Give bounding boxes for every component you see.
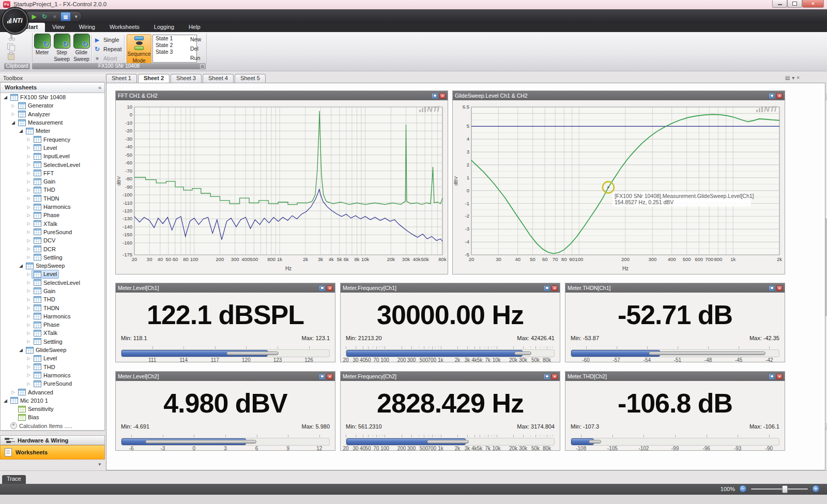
tree-item[interactable]: ▷THD [1,363,104,371]
tree-item-body[interactable]: Bias [16,413,41,422]
dialog-launcher-icon[interactable] [200,64,205,69]
tree-item-body[interactable]: THDN [32,303,62,312]
tree-item-body[interactable]: Phase [32,320,62,329]
tab-sheet-1[interactable]: Sheet 1 [106,74,137,83]
sheet-close-icon[interactable]: × [797,75,800,81]
tree-item-partial[interactable]: Calculation Items ..... [1,422,104,430]
tree-item[interactable]: ▷Level [1,270,104,278]
tree-item-body[interactable]: FX100 SNr 10408 [8,93,68,102]
zoom-slider-thumb[interactable] [782,485,788,493]
minimize-button[interactable] [772,0,787,8]
tree-item[interactable]: ▷Phase [1,211,104,219]
tree-item[interactable]: ▷Settling [1,253,104,262]
panel-close-button[interactable]: × [439,93,446,99]
tree-item-body[interactable]: Generator [16,101,56,110]
tree-item[interactable]: ▷XTalk [1,329,104,337]
expander-closed-icon[interactable]: ▷ [26,154,32,159]
meter-panel-header[interactable]: Meter.Frequency[Ch2]× [341,372,560,381]
tree-item[interactable]: ▷Phase [1,320,104,329]
expander-closed-icon[interactable]: ▷ [26,323,32,327]
expander-closed-icon[interactable]: ▷ [26,247,32,251]
tree-item-body[interactable]: Level [32,143,59,152]
collapse-icon[interactable]: « [98,83,101,93]
tree-item-body[interactable]: Settling [32,253,65,262]
tree-item[interactable]: ▷Gain [1,177,104,186]
sequence-mode-button[interactable]: Sequence Mode [127,34,151,65]
tree-item[interactable]: ▷DCV [1,236,104,245]
tree-item[interactable]: ▷Analyzer [1,110,104,118]
tree-item[interactable]: ▷FFT [1,169,104,177]
tree-item-body[interactable]: Phase [32,211,62,220]
sheet-menu-caret-icon[interactable]: ▾ [792,75,794,81]
tree-item-body[interactable]: StepSweep [24,262,67,270]
tree-item-body[interactable]: DCV [32,236,57,245]
tree-item[interactable]: ▷Level [1,354,104,362]
sheet-layout-icon[interactable]: ▤ [785,75,790,81]
fft-chart-body[interactable]: NTi 100-10-20-30-40-50-60-70-80-90-100-1… [116,100,448,274]
repeat-button[interactable]: ↻ Repeat [94,45,121,53]
glidesweep-chart-body[interactable]: NTi 6.5543210-1-2-3-4-520304050607080901… [453,100,785,274]
tree-item[interactable]: ◢Meter [1,127,104,135]
glide-sweep-button[interactable]: Glide Sweep [72,34,90,64]
tree-item-body[interactable]: Harmonics [32,371,73,379]
tree-item[interactable]: ▷THDN [1,194,104,203]
expander-closed-icon[interactable]: ▷ [26,238,32,243]
tree-item-body[interactable]: Mic 2010 1 [8,396,50,405]
tree-item-body[interactable]: Level [32,270,59,279]
meter-panel-header[interactable]: Meter.Level[Ch1]× [116,283,335,293]
tree-item-body[interactable]: Harmonics [32,312,73,320]
meter-button[interactable]: Meter [33,34,51,64]
tree-item-body[interactable]: Advanced [16,388,55,396]
tree-item[interactable]: ▷Frequency [1,135,104,143]
restore-button[interactable] [787,0,802,8]
panel-properties-button[interactable] [769,93,775,99]
tree-item-body[interactable]: Sensitivity [16,405,56,414]
panel-properties-button[interactable] [319,374,325,379]
qat-customize-caret-icon[interactable]: ▾ [75,14,78,19]
glidesweep-panel-header[interactable]: GlideSweep.Level Ch1 & CH2 × [453,91,785,100]
meter-panel-header[interactable]: Meter.Level[Ch2]× [116,372,335,381]
tree-item-body[interactable]: Meter [24,127,52,135]
expander-closed-icon[interactable]: ▷ [26,280,32,285]
panel-close-button[interactable]: × [327,374,333,379]
tree-item[interactable]: ▷PureSound [1,228,104,236]
tree-item-body[interactable]: THDN [32,194,62,203]
tree-item-body[interactable]: Settling [32,337,65,346]
tree-item[interactable]: Sensitivity [1,405,104,413]
tree-item[interactable]: ▷XTalk [1,219,104,227]
expander-closed-icon[interactable]: ▷ [26,331,32,335]
tree-item-body[interactable]: Calculation Items ..... [8,421,74,430]
expander-closed-icon[interactable]: ▷ [26,213,32,218]
tree-item[interactable]: ▷Generator [1,101,104,110]
tree-item[interactable]: ▷Harmonics [1,371,104,379]
tree-item[interactable]: ◢Measurement [1,118,104,127]
tree-item-body[interactable]: PureSound [32,227,74,236]
nav-hardware-wiring-button[interactable]: Hardware & Wiring [0,435,105,445]
expander-closed-icon[interactable]: ▷ [26,221,32,226]
tree-item-body[interactable]: XTalk [32,219,59,228]
expander-closed-icon[interactable]: ▷ [10,112,16,116]
close-button[interactable]: × [802,0,824,8]
tree-item-body[interactable]: XTalk [32,329,59,338]
expander-closed-icon[interactable]: ▷ [10,390,16,394]
meter-panel-header[interactable]: Meter.THD[Ch2]× [565,372,785,381]
expander-closed-icon[interactable]: ▷ [26,171,32,175]
expander-closed-icon[interactable]: ▷ [26,196,32,201]
zoom-in-button[interactable]: + [812,485,820,493]
tree-item-body[interactable]: SelectiveLevel [32,278,82,287]
meter-panel-header[interactable]: Meter.THDN[Ch1]× [565,283,785,293]
meter-panel-header[interactable]: Meter.Frequency[Ch1]× [341,283,560,293]
ribbon-tab-worksheets[interactable]: Worksheets [102,23,147,32]
tree-item[interactable]: ▷Harmonics [1,203,104,211]
expander-closed-icon[interactable]: ▷ [26,297,32,302]
panel-close-button[interactable]: × [552,285,558,291]
state-new-button[interactable]: New [190,36,201,42]
tree-item-body[interactable]: FFT [32,169,56,177]
panel-properties-button[interactable] [769,374,775,379]
tree-item-body[interactable]: PureSound [32,379,74,388]
tree-item[interactable]: ▷PureSound [1,379,104,388]
panel-properties-button[interactable] [769,285,775,291]
tree-item[interactable]: ▷THD [1,295,104,303]
expander-closed-icon[interactable]: ▷ [26,255,32,259]
run-repeat-icon[interactable]: ↻ [40,12,49,21]
